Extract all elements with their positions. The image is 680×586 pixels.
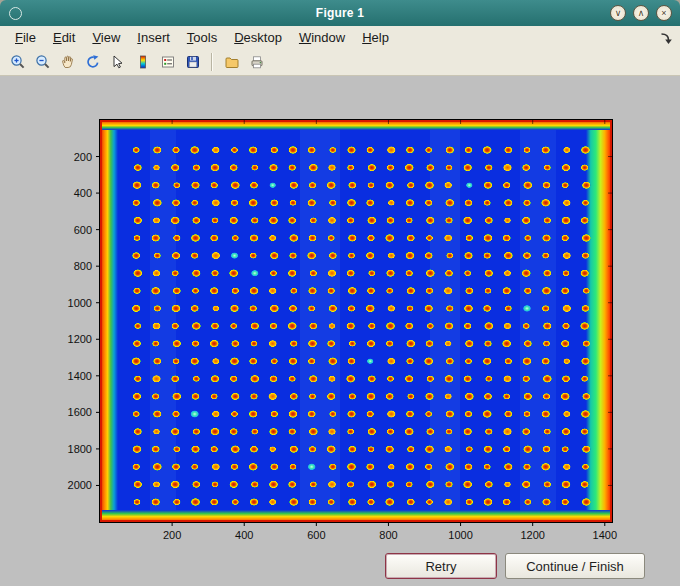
- menu-window[interactable]: Window: [296, 29, 348, 46]
- svg-text:1600: 1600: [68, 406, 92, 418]
- svg-text:1000: 1000: [448, 529, 472, 541]
- menu-tools[interactable]: Tools: [184, 29, 220, 46]
- svg-text:1000: 1000: [68, 297, 92, 309]
- svg-text:1200: 1200: [68, 333, 92, 345]
- zoom-in-icon: [10, 54, 26, 70]
- svg-text:2000: 2000: [68, 479, 92, 491]
- rotate-icon: [85, 54, 101, 70]
- svg-text:800: 800: [379, 529, 397, 541]
- print-button[interactable]: [244, 50, 269, 74]
- window-title: Figure 1: [0, 6, 680, 20]
- menu-file[interactable]: File: [12, 29, 39, 46]
- svg-text:600: 600: [307, 529, 325, 541]
- hand-icon: [60, 54, 76, 70]
- titlebar: Figure 1 ∨ ∧ ×: [0, 0, 680, 26]
- menu-edit[interactable]: Edit: [50, 29, 78, 46]
- dock-figure-button[interactable]: [659, 31, 673, 45]
- menu-help[interactable]: Help: [359, 29, 392, 46]
- continue-finish-button[interactable]: Continue / Finish: [505, 553, 645, 579]
- zoom-in-button[interactable]: [5, 50, 30, 74]
- colorbar-icon: [135, 54, 151, 70]
- printer-icon: [249, 54, 265, 70]
- plate-scan-plot: 2004006008001000120014002004006008001000…: [0, 76, 680, 586]
- menu-insert[interactable]: Insert: [134, 29, 173, 46]
- menu-view[interactable]: View: [89, 29, 123, 46]
- toolbar-separator: [211, 53, 213, 71]
- svg-text:800: 800: [74, 260, 92, 272]
- menu-desktop[interactable]: Desktop: [231, 29, 285, 46]
- zoom-out-button[interactable]: [30, 50, 55, 74]
- insert-colorbar-button[interactable]: [130, 50, 155, 74]
- retry-button[interactable]: Retry: [385, 553, 497, 579]
- open-button[interactable]: [219, 50, 244, 74]
- svg-text:200: 200: [163, 529, 181, 541]
- figure-canvas: 2004006008001000120014002004006008001000…: [0, 76, 680, 586]
- figure-toolbar: [0, 49, 680, 76]
- svg-text:600: 600: [74, 224, 92, 236]
- data-cursor-button[interactable]: [105, 50, 130, 74]
- insert-legend-button[interactable]: [155, 50, 180, 74]
- pan-button[interactable]: [55, 50, 80, 74]
- svg-text:400: 400: [74, 187, 92, 199]
- save-button[interactable]: [180, 50, 205, 74]
- svg-text:1400: 1400: [593, 529, 617, 541]
- window-controls: ∨ ∧ ×: [610, 5, 672, 21]
- svg-text:200: 200: [74, 151, 92, 163]
- legend-icon: [160, 54, 176, 70]
- window-menu-icon[interactable]: [9, 7, 22, 20]
- menubar: File Edit View Insert Tools Desktop Wind…: [0, 26, 680, 49]
- zoom-out-icon: [35, 54, 51, 70]
- maximize-button[interactable]: ∧: [633, 5, 649, 21]
- save-icon: [185, 54, 201, 70]
- close-button[interactable]: ×: [656, 5, 672, 21]
- figure-window: Figure 1 ∨ ∧ × File Edit View Insert Too…: [0, 0, 680, 586]
- dock-arrow-icon: [659, 31, 673, 45]
- cursor-icon: [110, 54, 126, 70]
- rotate-3d-button[interactable]: [80, 50, 105, 74]
- folder-icon: [224, 54, 240, 70]
- shade-button[interactable]: ∨: [610, 5, 626, 21]
- svg-text:400: 400: [235, 529, 253, 541]
- svg-text:1400: 1400: [68, 370, 92, 382]
- svg-text:1800: 1800: [68, 443, 92, 455]
- svg-text:1200: 1200: [520, 529, 544, 541]
